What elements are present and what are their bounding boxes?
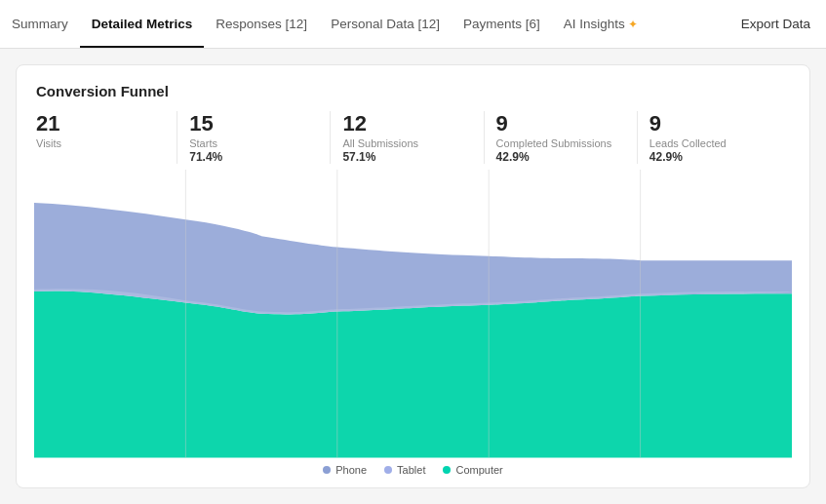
metric-starts: 15 Starts 71.4% (177, 111, 331, 164)
metric-all-submissions-label: All Submissions (342, 137, 471, 149)
metric-all-submissions-number: 12 (342, 111, 471, 136)
funnel-chart (34, 170, 792, 458)
metric-visits-number: 21 (36, 111, 165, 136)
metric-visits: 21 Visits (36, 111, 177, 164)
metric-starts-pct: 71.4% (189, 150, 318, 164)
tab-payments[interactable]: Payments [6] (452, 0, 552, 48)
legend-tablet-label: Tablet (397, 464, 425, 476)
metric-completed-submissions: 9 Completed Submissions 42.9% (485, 111, 638, 164)
metric-completed-number: 9 (496, 111, 625, 136)
tab-personal-data[interactable]: Personal Data [12] (319, 0, 452, 48)
tab-summary[interactable]: Summary (12, 0, 80, 48)
metric-visits-label: Visits (36, 137, 165, 149)
legend-tablet-dot (384, 466, 392, 474)
legend-phone-label: Phone (335, 464, 367, 476)
tab-ai-insights[interactable]: AI Insights✦ (552, 0, 649, 48)
metric-starts-number: 15 (189, 111, 318, 136)
metric-leads-pct: 42.9% (649, 150, 778, 164)
chart-legend: Phone Tablet Computer (36, 458, 790, 476)
metric-starts-label: Starts (189, 137, 318, 149)
legend-phone: Phone (323, 464, 367, 476)
app-container: Summary Detailed Metrics Responses [12] … (0, 0, 826, 504)
legend-computer: Computer (443, 464, 502, 476)
legend-computer-label: Computer (455, 464, 502, 476)
conversion-funnel-card: Conversion Funnel 21 Visits 15 Starts 71… (16, 64, 810, 488)
legend-phone-dot (323, 466, 331, 474)
metric-leads-collected: 9 Leads Collected 42.9% (638, 111, 790, 164)
metric-completed-pct: 42.9% (496, 150, 625, 164)
metric-all-submissions-pct: 57.1% (342, 150, 471, 164)
metric-leads-label: Leads Collected (649, 137, 778, 149)
metric-all-submissions: 12 All Submissions 57.1% (331, 111, 484, 164)
tab-detailed-metrics[interactable]: Detailed Metrics (80, 0, 205, 48)
metrics-row: 21 Visits 15 Starts 71.4% 12 All Submiss… (36, 111, 790, 164)
main-content: Conversion Funnel 21 Visits 15 Starts 71… (0, 49, 826, 504)
metric-completed-label: Completed Submissions (496, 137, 625, 149)
card-title: Conversion Funnel (36, 83, 790, 99)
export-data-button[interactable]: Export Data (737, 17, 814, 31)
metric-leads-number: 9 (649, 111, 778, 136)
funnel-svg (34, 170, 792, 458)
ai-star-icon: ✦ (628, 18, 638, 31)
tab-responses[interactable]: Responses [12] (204, 0, 319, 48)
tab-bar: Summary Detailed Metrics Responses [12] … (0, 0, 826, 49)
legend-computer-dot (443, 466, 451, 474)
legend-tablet: Tablet (384, 464, 425, 476)
